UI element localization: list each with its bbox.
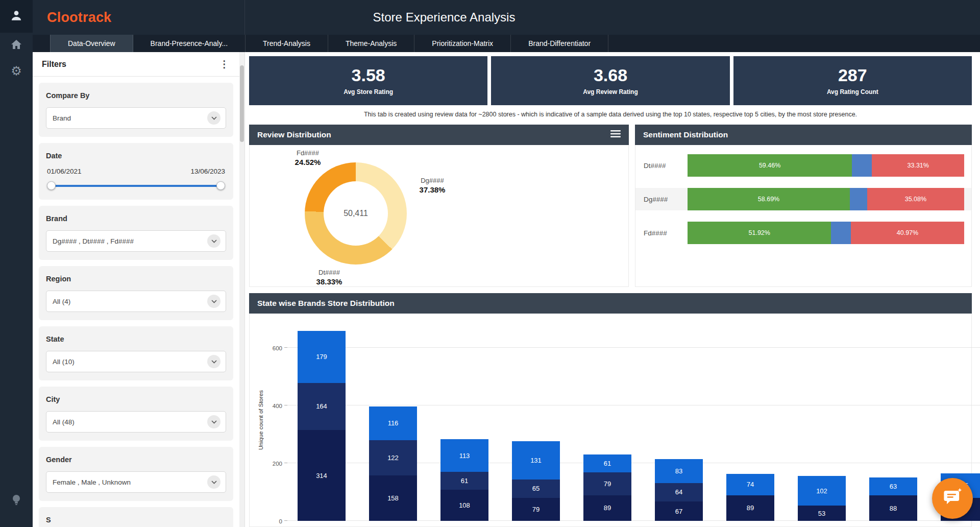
tab-brand-presence-analy[interactable]: Brand-Presence-Analy... xyxy=(133,35,246,52)
bar-segment: 88 xyxy=(869,495,917,521)
bar-segment-value: 314 xyxy=(316,472,327,480)
date-end-value: 13/06/2023 xyxy=(190,167,225,175)
bar-segment: 65 xyxy=(512,480,560,498)
user-profile-button[interactable] xyxy=(0,0,33,33)
filter-label: Date xyxy=(46,151,226,161)
segment-value: 58.69% xyxy=(758,196,779,203)
y-tick-label: 200 xyxy=(273,461,282,467)
donut-label-fd: Fd####24.52% xyxy=(283,149,332,166)
bar-segment: 102 xyxy=(798,476,846,506)
filter-label: City xyxy=(46,395,226,404)
bar-segment-value: 67 xyxy=(675,508,682,515)
donut-chart[interactable]: 50,411 Dg####37.38%Dt####38.33%Fd####24.… xyxy=(305,162,407,265)
filter-list: Compare ByBrandDate01/06/202113/06/2023B… xyxy=(33,77,239,527)
filter-group-region: RegionAll (4) xyxy=(39,266,233,320)
filter-label: Compare By xyxy=(46,91,226,101)
stacked-bar-9[interactable]: 6388 xyxy=(869,477,917,521)
kpi-label: Avg Store Rating xyxy=(344,88,393,95)
slice-name: Fd#### xyxy=(283,149,332,157)
bar-segment: 314 xyxy=(298,430,346,521)
chevron-down-icon xyxy=(207,295,220,308)
bar-segment-value: 164 xyxy=(316,402,327,410)
segment-value: 35.08% xyxy=(905,196,926,203)
filter-select-region[interactable]: All (4) xyxy=(46,291,226,312)
filters-panel: Filters ⋮ Compare ByBrandDate01/06/20211… xyxy=(33,52,245,527)
bar-segment: 67 xyxy=(655,501,703,521)
filter-select-brand[interactable]: Dg#### , Dt#### , Fd#### xyxy=(46,230,226,252)
kpi-card-avg-rating-count: 287Avg Rating Count xyxy=(733,56,972,105)
stacked-bar-8[interactable]: 10253 xyxy=(798,476,846,521)
bar-segment: 89 xyxy=(726,495,774,521)
kpi-row: 3.58Avg Store Rating3.68Avg Review Ratin… xyxy=(249,56,972,105)
tab-bar: Data-OverviewBrand-Presence-Analy...Tren… xyxy=(33,35,980,52)
bar-segment: 113 xyxy=(440,439,488,472)
y-tick-mark xyxy=(284,405,287,405)
state-bar-chart[interactable]: Unique count of Stores 02004006001791643… xyxy=(287,319,971,521)
filter-label: Region xyxy=(46,274,226,284)
y-axis-label: Unique count of Stores xyxy=(258,319,264,521)
bar-segment: 179 xyxy=(298,331,346,382)
chevron-down-icon xyxy=(207,355,220,368)
sentiment-rows: Dt####59.46%33.31%Dg####58.69%35.08%Fd##… xyxy=(635,145,971,244)
y-tick-label: 0 xyxy=(279,518,282,524)
dashboard: 3.58Avg Store Rating3.68Avg Review Ratin… xyxy=(245,52,980,527)
tab-data-overview[interactable]: Data-Overview xyxy=(50,35,133,52)
user-icon xyxy=(10,9,23,24)
chat-bubble-icon xyxy=(942,487,963,510)
stacked-bar-7[interactable]: 7489 xyxy=(726,474,774,521)
slider-handle-end[interactable] xyxy=(216,181,225,190)
stacked-bar-5[interactable]: 617989 xyxy=(583,454,631,521)
sentiment-bar[interactable]: 58.69%35.08% xyxy=(688,188,964,210)
filter-label: Gender xyxy=(46,455,226,465)
filter-group-s: S xyxy=(39,507,233,527)
home-button[interactable] xyxy=(0,33,33,58)
bar-segment: 131 xyxy=(512,441,560,479)
filter-select-state[interactable]: All (10) xyxy=(46,351,226,372)
slice-name: Dt#### xyxy=(305,269,354,276)
bar-segment-value: 79 xyxy=(604,480,611,488)
logo-container: Clootrack xyxy=(33,0,245,35)
stacked-bar-4[interactable]: 1316579 xyxy=(512,441,560,521)
filter-select-gender[interactable]: Female , Male , Unknown xyxy=(46,471,226,493)
legend-list-icon[interactable] xyxy=(610,130,621,140)
stacked-bar-3[interactable]: 11361108 xyxy=(440,439,488,521)
tab-prioritization-matrix[interactable]: Prioritization-Matrix xyxy=(414,35,511,52)
bar-segment-value: 179 xyxy=(316,353,327,361)
bar-segment-value: 113 xyxy=(459,452,470,460)
bar-segment: 116 xyxy=(369,406,417,440)
kebab-menu-icon[interactable]: ⋮ xyxy=(219,59,229,69)
help-button[interactable] xyxy=(0,488,33,514)
y-tick-label: 600 xyxy=(273,345,282,351)
top-header: Clootrack Store Experience Analysis xyxy=(33,0,980,35)
settings-button[interactable]: ⚙ xyxy=(0,58,33,84)
stacked-bar-2[interactable]: 116122158 xyxy=(369,406,417,521)
filters-scrollbar-thumb[interactable] xyxy=(240,65,244,142)
sentiment-segment-positive: 51.92% xyxy=(688,222,831,244)
data-note: This tab is created using review data fo… xyxy=(249,105,972,125)
stacked-bar-6[interactable]: 836467 xyxy=(655,459,703,521)
filter-select-compare-by[interactable]: Brand xyxy=(46,107,226,129)
tab-trend-analysis[interactable]: Trend-Analysis xyxy=(246,35,328,52)
bar-segment-value: 89 xyxy=(747,504,754,512)
gridline-400 xyxy=(287,405,980,405)
sentiment-segment-positive: 59.46% xyxy=(688,154,852,177)
filter-select-city[interactable]: All (48) xyxy=(46,411,226,433)
filters-title: Filters xyxy=(42,60,66,69)
bar-segment-value: 108 xyxy=(459,501,470,509)
date-range-slider[interactable] xyxy=(48,180,224,191)
tab-theme-analysis[interactable]: Theme-Analysis xyxy=(328,35,414,52)
kpi-value: 3.58 xyxy=(352,66,385,85)
tab-brand-differentiator[interactable]: Brand-Differentiator xyxy=(511,35,608,52)
slider-handle-start[interactable] xyxy=(47,181,56,190)
selected-value: All (48) xyxy=(53,418,75,426)
lightbulb-icon xyxy=(11,494,22,508)
bar-segment: 79 xyxy=(583,472,631,495)
sentiment-bar[interactable]: 51.92%40.97% xyxy=(688,222,964,244)
bar-segment: 64 xyxy=(655,483,703,501)
feedback-fab-button[interactable] xyxy=(932,478,973,519)
stacked-bar-1[interactable]: 179164314 xyxy=(298,331,346,521)
sentiment-bar[interactable]: 59.46%33.31% xyxy=(688,154,964,177)
donut-total: 50,411 xyxy=(305,162,407,265)
review-distribution-panel: Review Distribution 50,411 Dg####37.38%D… xyxy=(249,125,629,287)
filters-scrollbar[interactable] xyxy=(239,52,244,527)
